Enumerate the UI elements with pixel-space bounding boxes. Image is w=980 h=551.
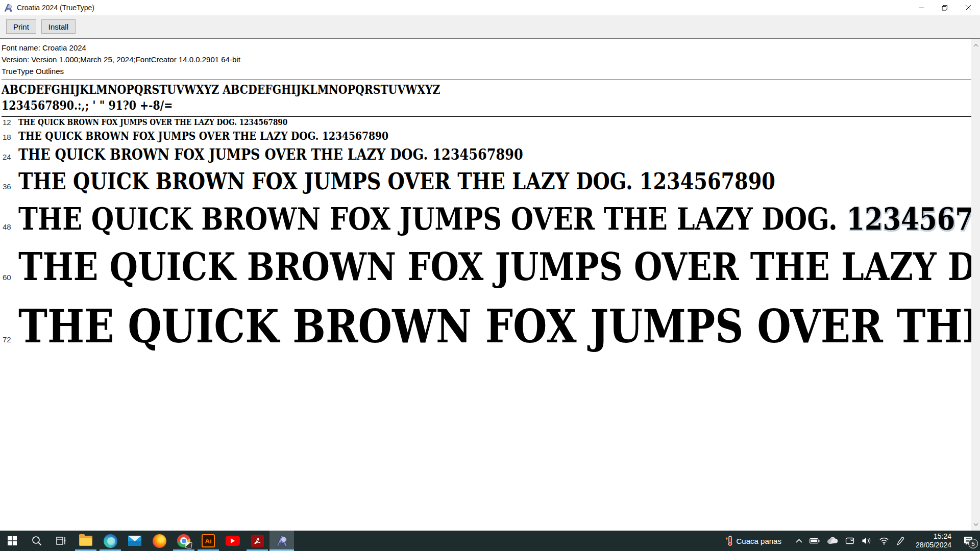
scroll-up-button[interactable] — [971, 41, 980, 49]
taskbar-item-font-viewer[interactable] — [270, 531, 294, 551]
minimize-button[interactable] — [910, 0, 933, 15]
taskbar-item-illustrator[interactable]: Ai — [196, 531, 220, 551]
wifi-icon — [879, 537, 889, 545]
print-button[interactable]: Print — [6, 19, 36, 34]
mail-icon — [128, 536, 141, 546]
separator-line — [2, 80, 971, 80]
font-version-line: Version: Version 1.000;March 25, 2024;Fo… — [2, 54, 971, 65]
size-label: 18 — [2, 133, 18, 141]
edge-icon — [104, 534, 117, 548]
preview-row-72: 72 THE QUICK BROWN FOX JUMPS OVER THE LA… — [2, 294, 971, 358]
weather-label: Cuaca panas — [737, 537, 781, 545]
taskbar-item-acrobat[interactable] — [245, 531, 270, 551]
windows-logo-icon — [8, 536, 17, 545]
notification-count-badge: 5 — [968, 539, 978, 548]
preview-row-36: 36 THE QUICK BROWN FOX JUMPS OVER THE LA… — [2, 165, 971, 197]
taskbar: Ai Cuaca panas — [0, 531, 980, 551]
font-viewer-icon — [275, 534, 288, 547]
size-label: 12 — [2, 118, 18, 127]
font-outline-line: TrueType Outlines — [2, 65, 971, 77]
font-viewer-app-icon — [4, 3, 13, 12]
taskbar-item-file-explorer[interactable] — [74, 531, 98, 551]
onedrive-status[interactable] — [823, 531, 842, 551]
taskbar-item-edge[interactable] — [98, 531, 122, 551]
size-label: 24 — [2, 153, 18, 161]
vertical-scrollbar[interactable] — [971, 39, 980, 531]
restore-button[interactable] — [933, 0, 957, 15]
cast-display-icon — [845, 537, 854, 545]
chrome-overlay-badge — [185, 541, 192, 549]
firefox-icon — [153, 534, 166, 548]
weather-widget[interactable]: Cuaca panas — [721, 531, 785, 551]
action-center-button[interactable]: 5 — [957, 531, 980, 551]
sample-text: THE QUICK BROWN FOX JUMPS OVER THE LAZY … — [18, 144, 523, 165]
alphabet-sample: ABCDEFGHIJKLMNOPQRSTUVWXYZ ABCDEFGHIJKLM… — [2, 82, 826, 98]
size-label: 60 — [2, 273, 18, 282]
clock-date: 28/05/2024 — [916, 541, 951, 549]
cast-status[interactable] — [842, 531, 858, 551]
preview-row-48: 48 THE QUICK BROWN FOX JUMPS OVER THE LA… — [2, 197, 971, 240]
chrome-icon — [177, 534, 190, 547]
start-button[interactable] — [0, 531, 24, 551]
clock-widget[interactable]: 15:24 28/05/2024 — [909, 532, 957, 549]
size-label: 36 — [2, 182, 18, 191]
hidden-icons-button[interactable] — [792, 531, 806, 551]
sample-text: THE QUICK BROWN FOX JUMPS OVER THE LAZY … — [18, 240, 980, 294]
system-tray: Cuaca panas — [721, 531, 980, 551]
preview-row-12: 12 THE QUICK BROWN FOX JUMPS OVER THE LA… — [2, 117, 971, 128]
network-status[interactable] — [875, 531, 893, 551]
clock-time: 15:24 — [916, 532, 951, 541]
chevron-up-icon — [973, 44, 978, 47]
preview-row-24: 24 THE QUICK BROWN FOX JUMPS OVER THE LA… — [2, 144, 971, 165]
thermometer-hot-icon — [724, 535, 734, 546]
size-label: 48 — [2, 222, 18, 231]
search-button[interactable] — [24, 531, 49, 551]
file-explorer-icon — [79, 536, 92, 546]
titlebar: Croatia 2024 (TrueType) — [0, 0, 980, 15]
acrobat-icon — [251, 535, 264, 547]
search-icon — [31, 535, 42, 546]
task-view-button[interactable] — [49, 531, 74, 551]
task-view-icon — [56, 536, 66, 545]
symbols-sample: 1234567890.:,; ' " 91?0 +-8/= — [2, 98, 826, 113]
install-button[interactable]: Install — [41, 19, 76, 34]
preview-row-60: 60 THE QUICK BROWN FOX JUMPS OVER THE LA… — [2, 240, 971, 294]
taskbar-item-mail[interactable] — [122, 531, 147, 551]
taskbar-item-firefox[interactable] — [147, 531, 172, 551]
restore-icon — [942, 5, 948, 11]
close-icon — [965, 5, 971, 11]
sample-text: THE QUICK BROWN FOX JUMPS OVER THE LAZY … — [18, 197, 980, 240]
minimize-icon — [918, 5, 924, 11]
taskbar-item-youtube[interactable] — [220, 531, 245, 551]
size-label: 72 — [2, 335, 18, 344]
pen-icon — [896, 537, 905, 545]
battery-status[interactable] — [806, 531, 823, 551]
volume-control[interactable] — [858, 531, 875, 551]
window-title: Croatia 2024 (TrueType) — [17, 4, 94, 12]
toolbar: Print Install — [0, 15, 980, 38]
sample-text-digits: 1234567890 — [846, 201, 980, 237]
battery-icon — [810, 538, 820, 544]
illustrator-icon: Ai — [202, 534, 215, 547]
pen-workspace[interactable] — [893, 531, 909, 551]
preview-row-18: 18 THE QUICK BROWN FOX JUMPS OVER THE LA… — [2, 128, 971, 144]
sample-text: THE QUICK BROWN FOX JUMPS OVER THE LAZY … — [18, 117, 287, 128]
sample-text: THE QUICK BROWN FOX JUMPS OVER THE LAZY … — [18, 294, 980, 358]
volume-icon — [862, 537, 872, 545]
chevron-down-icon — [973, 523, 978, 526]
font-preview-content: Font name: Croatia 2024 Version: Version… — [0, 39, 980, 531]
sample-text-words: THE QUICK BROWN FOX JUMPS OVER THE LAZY … — [18, 201, 846, 237]
font-viewer-window: Croatia 2024 (TrueType) Print Install — [0, 0, 980, 531]
sample-text: THE QUICK BROWN FOX JUMPS OVER THE LAZY … — [18, 128, 388, 144]
youtube-icon — [226, 536, 240, 546]
sample-text: THE QUICK BROWN FOX JUMPS OVER THE LAZY … — [18, 165, 775, 197]
taskbar-item-chrome[interactable] — [172, 531, 196, 551]
font-name-line: Font name: Croatia 2024 — [2, 42, 971, 54]
close-button[interactable] — [957, 0, 980, 15]
scroll-down-button[interactable] — [971, 520, 980, 529]
chevron-up-icon — [796, 539, 802, 543]
onedrive-cloud-icon — [827, 537, 838, 544]
